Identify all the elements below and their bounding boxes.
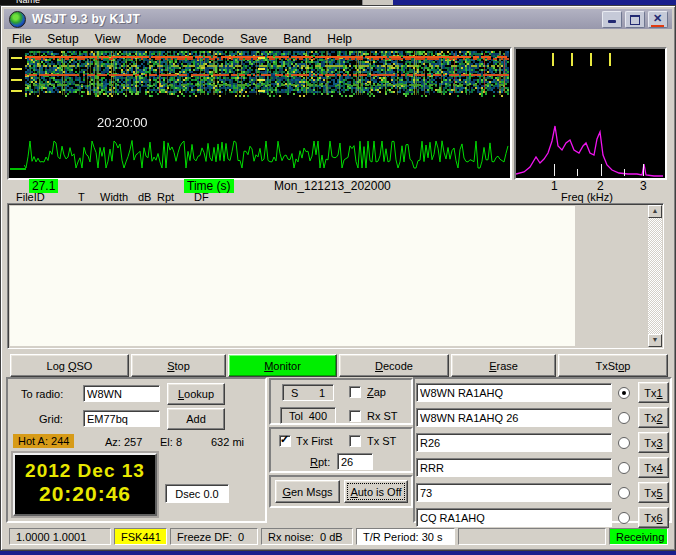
- grid-label: Grid:: [39, 413, 63, 425]
- tx4-button[interactable]: Tx4: [638, 457, 669, 478]
- freq-cal-panel: 1.0000 1.0001: [9, 528, 111, 545]
- title-bar[interactable]: WSJT 9.3 by K1JT ✕: [4, 9, 672, 29]
- log-qso-button[interactable]: Log QSO: [10, 354, 129, 377]
- tx-st-label[interactable]: Tx ST: [367, 435, 396, 447]
- freq-axis-tick: [643, 164, 644, 176]
- menu-setup[interactable]: Setup: [39, 31, 86, 47]
- tx6-radio[interactable]: [618, 512, 630, 524]
- spectrum-display[interactable]: [514, 47, 667, 180]
- tx-st-checkbox[interactable]: [349, 435, 361, 447]
- distance-label: 632 mi: [211, 436, 244, 448]
- grid-input[interactable]: [83, 410, 160, 427]
- spectrogram-noise: [25, 51, 509, 103]
- freeze-df-panel: Freeze DF: 0: [170, 528, 258, 545]
- tx3-radio[interactable]: [618, 437, 630, 449]
- decode-scrollbar[interactable]: ▲ ▼: [648, 205, 662, 347]
- menu-mode[interactable]: Mode: [129, 31, 175, 47]
- tx4-message-input[interactable]: [416, 458, 612, 477]
- col-db: dB: [138, 191, 151, 203]
- wsjt-window: WSJT 9.3 by K1JT ✕ File Setup View Mode …: [0, 5, 676, 551]
- center-marker-tick: [258, 90, 265, 92]
- tol-readout: Tol400: [280, 407, 336, 424]
- tx6-button[interactable]: Tx6: [638, 507, 669, 528]
- rx-st-label[interactable]: Rx ST: [367, 410, 398, 422]
- globe-icon: [9, 11, 26, 28]
- menu-band[interactable]: Band: [275, 31, 319, 47]
- tx2-button[interactable]: Tx2: [638, 407, 669, 428]
- mode-badge: FSK441: [114, 528, 167, 545]
- close-red-bar: [651, 25, 664, 27]
- screen: { "desktop": { "behind_top_text": "Name"…: [0, 0, 676, 555]
- to-radio-input[interactable]: [83, 385, 160, 402]
- close-button[interactable]: ✕: [648, 11, 668, 28]
- scroll-up-button[interactable]: ▲: [648, 205, 662, 218]
- scroll-down-button[interactable]: ▼: [648, 334, 662, 347]
- rpt-label: Rpt:: [310, 456, 330, 468]
- scale-tick: [11, 90, 22, 92]
- txstop-button[interactable]: TxStop: [558, 354, 668, 377]
- status-spacer-panel: [458, 528, 606, 545]
- tx3-button[interactable]: Tx3: [638, 432, 669, 453]
- gen-msgs-button[interactable]: Gen Msgs: [275, 480, 340, 503]
- tx1-message-input[interactable]: [416, 383, 612, 402]
- tx6-message-input[interactable]: [416, 508, 612, 527]
- menu-file[interactable]: File: [4, 31, 39, 47]
- zap-label[interactable]: Zap: [367, 386, 386, 398]
- to-radio-label: To radio:: [21, 388, 63, 400]
- waterfall-timestamp: 20:20:00: [97, 115, 148, 130]
- menu-decode[interactable]: Decode: [175, 31, 232, 47]
- zap-checkbox[interactable]: [349, 386, 361, 398]
- auto-button[interactable]: Auto is Off: [344, 480, 408, 503]
- tx-first-checkbox[interactable]: [279, 435, 291, 447]
- tr-period-panel: T/R Period: 30 s: [356, 528, 455, 545]
- col-t: T: [78, 191, 85, 203]
- col-rpt: Rpt: [157, 191, 174, 203]
- freq-axis-tick: [624, 169, 625, 176]
- rpt-input[interactable]: [337, 453, 373, 470]
- tx5-button[interactable]: Tx5: [638, 482, 669, 503]
- waterfall-display[interactable]: 20:20:00: [7, 47, 512, 180]
- tx2-radio[interactable]: [618, 412, 630, 424]
- tx3-message-input[interactable]: [416, 433, 612, 452]
- decode-button[interactable]: Decode: [339, 354, 449, 377]
- freq-axis-label: Freq (kHz): [561, 191, 613, 203]
- clock-date: 2012 Dec 13: [15, 460, 155, 482]
- decode-text-content[interactable]: [10, 206, 575, 346]
- tx1-radio[interactable]: [618, 387, 630, 399]
- freq-tick-3: 3: [640, 179, 647, 193]
- erase-button[interactable]: Erase: [451, 354, 556, 377]
- freq-axis-tick: [601, 164, 602, 176]
- menu-bar: File Setup View Mode Decode Save Band He…: [4, 30, 672, 48]
- menu-help[interactable]: Help: [319, 31, 360, 47]
- minimize-button[interactable]: [602, 11, 622, 28]
- scale-tick: [11, 57, 22, 59]
- scale-tick: [11, 79, 22, 81]
- close-icon: ✕: [653, 12, 662, 25]
- decode-text-area[interactable]: ▲ ▼: [7, 203, 664, 349]
- rx-noise-panel: Rx noise: 0 dB: [261, 528, 353, 545]
- window-title: WSJT 9.3 by K1JT: [32, 12, 140, 26]
- freq-axis-tick: [554, 164, 555, 176]
- clock-time: 20:20:46: [15, 482, 155, 506]
- lookup-button[interactable]: Lookup: [167, 383, 225, 405]
- stop-button[interactable]: Stop: [131, 354, 226, 377]
- dsec-box[interactable]: Dsec 0.0: [165, 484, 229, 503]
- menu-view[interactable]: View: [87, 31, 129, 47]
- add-button[interactable]: Add: [167, 408, 225, 430]
- tx2-message-input[interactable]: [416, 408, 612, 427]
- maximize-icon: [630, 15, 640, 25]
- menu-save[interactable]: Save: [232, 31, 275, 47]
- tx-first-label[interactable]: Tx First: [296, 435, 333, 447]
- tx5-message-input[interactable]: [416, 483, 612, 502]
- center-marker-tick: [258, 68, 265, 70]
- tx5-radio[interactable]: [618, 487, 630, 499]
- rx-state-badge: Receiving: [609, 528, 668, 545]
- tol-value: 400: [309, 410, 327, 422]
- freq-axis-tick: [577, 169, 578, 176]
- hot-a-badge: Hot A: 244: [13, 434, 74, 448]
- maximize-button[interactable]: [625, 11, 645, 28]
- tx4-radio[interactable]: [618, 462, 630, 474]
- rx-st-checkbox[interactable]: [349, 410, 361, 422]
- monitor-button[interactable]: Monitor: [228, 354, 337, 377]
- tx1-button[interactable]: Tx1: [638, 382, 669, 403]
